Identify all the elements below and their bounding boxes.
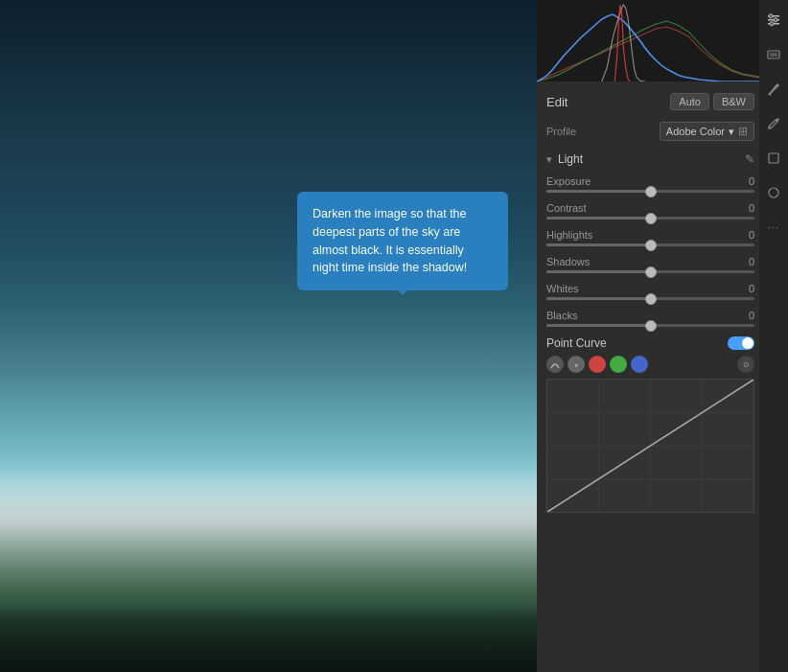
chevron-down-icon: ▾ [729, 126, 734, 138]
light-section-title: Light [558, 152, 583, 166]
profile-row: Profile Adobe Color ▾ ⊞ [546, 122, 754, 141]
slider-label-contrast: Contrast [546, 202, 587, 214]
profile-select[interactable]: Adobe Color ▾ ⊞ [660, 122, 754, 141]
slider-label-whites: Whites [546, 283, 579, 294]
svg-point-16 [769, 93, 772, 96]
slider-thumb-contrast[interactable] [645, 213, 657, 224]
right-panel: Edit Auto B&W Profile Adobe Color ▾ ⊞ ▾ … [537, 0, 788, 672]
slider-row: Whites0 [546, 283, 754, 300]
slider-row: Blacks0 [546, 310, 754, 327]
slider-label-highlights: Highlights [546, 229, 592, 241]
slider-fill-exposure [546, 190, 651, 193]
slider-track-exposure[interactable] [546, 190, 754, 193]
slider-fill-contrast [546, 217, 651, 220]
curve-btn-blue[interactable] [631, 356, 648, 373]
profile-value: Adobe Color [666, 126, 725, 137]
edit-header: Edit Auto B&W [546, 89, 754, 114]
slider-track-whites[interactable] [546, 297, 754, 300]
slider-value-exposure: 0 [749, 175, 754, 187]
edit-buttons: Auto B&W [670, 93, 754, 110]
svg-rect-17 [769, 153, 778, 163]
slider-fill-blacks [546, 324, 651, 327]
point-curve-header: Point Curve [546, 336, 754, 350]
slider-thumb-blacks[interactable] [645, 320, 657, 332]
slider-track-highlights[interactable] [546, 243, 754, 246]
slider-value-shadows: 0 [749, 256, 754, 267]
grid-icon: ⊞ [738, 125, 748, 138]
slider-track-contrast[interactable] [546, 217, 754, 220]
slider-value-whites: 0 [749, 283, 754, 294]
slider-thumb-whites[interactable] [645, 293, 657, 305]
histogram-area [537, 0, 788, 81]
slider-track-blacks[interactable] [546, 324, 754, 327]
curve-btn-green[interactable] [610, 356, 627, 373]
slider-value-contrast: 0 [749, 202, 754, 214]
curve-btn-rgb[interactable]: ● [568, 356, 585, 373]
slider-label-blacks: Blacks [546, 310, 577, 321]
slider-track-shadows[interactable] [546, 270, 754, 273]
histogram-chart [537, 0, 788, 81]
circle-toolbar-icon[interactable] [763, 182, 784, 203]
panel-content: Edit Auto B&W Profile Adobe Color ▾ ⊞ ▾ … [537, 81, 788, 672]
light-section-header: ▾ Light ✎ [546, 151, 754, 168]
point-curve-toggle[interactable] [728, 336, 754, 350]
image-gradient [0, 480, 537, 672]
svg-point-12 [774, 18, 777, 22]
sliders-container: Exposure0Contrast0Highlights0Shadows0Whi… [546, 175, 754, 327]
brush-toolbar-icon[interactable] [763, 79, 784, 100]
curve-graph[interactable] [546, 379, 754, 513]
slider-value-highlights: 0 [749, 229, 754, 241]
slider-thumb-shadows[interactable] [645, 266, 657, 278]
slider-thumb-highlights[interactable] [645, 240, 657, 251]
toggle-knob [742, 337, 753, 349]
svg-rect-15 [770, 53, 777, 57]
curve-options-btn[interactable]: ⊙ [737, 356, 754, 373]
curve-btn-red[interactable] [589, 356, 606, 373]
slider-row: Highlights0 [546, 229, 754, 246]
slider-thumb-exposure[interactable] [645, 186, 657, 197]
point-curve-title: Point Curve [546, 336, 607, 350]
auto-button[interactable]: Auto [670, 93, 709, 110]
slider-row: Shadows0 [546, 256, 754, 273]
tooltip-text: Darken the image so that the deepest par… [313, 207, 467, 274]
slider-label-shadows: Shadows [546, 256, 590, 267]
curve-channel-buttons: ● ⊙ [546, 356, 754, 373]
slider-label-exposure: Exposure [546, 175, 591, 187]
square-toolbar-icon[interactable] [763, 148, 784, 169]
sliders-toolbar-icon[interactable] [763, 10, 784, 31]
profile-label: Profile [546, 126, 576, 137]
slider-value-blacks: 0 [749, 310, 754, 321]
svg-point-11 [769, 14, 773, 18]
svg-point-13 [770, 22, 774, 26]
edit-title: Edit [546, 95, 568, 109]
svg-rect-0 [537, 0, 788, 81]
bw-button[interactable]: B&W [713, 93, 754, 110]
slider-fill-highlights [546, 243, 651, 246]
slider-row: Contrast0 [546, 202, 754, 220]
curve-btn-all[interactable] [546, 356, 564, 373]
tooltip-bubble: Darken the image so that the deepest par… [297, 192, 508, 290]
pencil-icon[interactable]: ✎ [745, 152, 754, 166]
image-panel: Darken the image so that the deepest par… [0, 0, 537, 672]
slider-fill-whites [546, 297, 651, 300]
layers-toolbar-icon[interactable] [763, 44, 784, 65]
svg-point-18 [769, 188, 778, 197]
collapse-icon[interactable]: ▾ [546, 153, 552, 166]
section-left: ▾ Light [546, 152, 583, 166]
more-toolbar-icon[interactable]: ··· [763, 217, 784, 238]
toolbar-icons: ··· [759, 0, 788, 672]
pencil-toolbar-icon[interactable] [763, 113, 784, 134]
slider-row: Exposure0 [546, 175, 754, 193]
slider-fill-shadows [546, 270, 651, 273]
